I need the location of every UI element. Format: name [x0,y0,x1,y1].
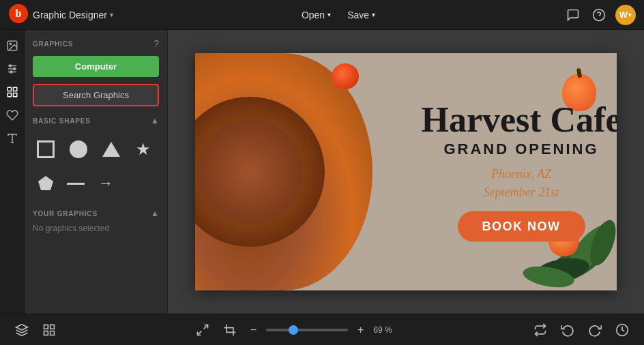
icon-sidebar [0,30,25,314]
your-graphics-header[interactable]: YOUR GRAPHICS ▲ [33,209,159,218]
shape-circle[interactable] [65,136,91,162]
circle-icon [70,140,87,158]
svg-text:b: b [16,7,22,19]
canvas-frame[interactable]: Harvest Cafe GRAND OPENING Phoenix, AZSe… [195,53,617,290]
open-chevron-icon: ▾ [327,11,331,18]
shape-triangle[interactable] [98,136,124,162]
main-content: GRAPHICS ? Computer Search Graphics BASI… [0,30,644,314]
collapse-icon: ▲ [151,116,159,125]
comment-icon-button[interactable] [564,5,583,25]
bottom-bar: − + 69 % [0,314,644,345]
bottom-bar-right [529,320,633,340]
your-graphics-section: YOUR GRAPHICS ▲ No graphics selected [33,206,159,233]
zoom-out-button[interactable]: − [246,322,261,338]
undo-button[interactable] [557,320,579,340]
bottom-bar-center: − + 69 % [65,320,524,340]
svg-rect-15 [13,93,16,97]
shape-star[interactable]: ★ [130,136,156,162]
basic-shapes-header[interactable]: BASIC SHAPES ▲ [33,116,159,125]
image-tool-button[interactable] [2,35,23,56]
no-graphics-text: No graphics selected [33,224,159,233]
your-graphics-title: YOUR GRAPHICS [33,210,98,217]
svg-rect-30 [226,327,233,332]
square-icon [37,140,55,158]
graphics-section-title: GRAPHICS [33,40,73,48]
svg-point-9 [9,65,11,67]
shape-line[interactable] [63,170,89,196]
zoom-slider[interactable] [266,329,348,331]
text-tool-button[interactable] [2,128,23,149]
shape-square[interactable] [33,136,59,162]
svg-line-29 [197,331,201,335]
swap-button[interactable] [529,320,551,340]
user-chevron-icon: ▾ [628,12,632,18]
arrow-icon: → [98,175,113,192]
shapes-grid: ★ [33,136,159,162]
user-avatar[interactable]: W ▾ [615,5,636,25]
adjust-tool-button[interactable] [2,59,23,79]
svg-rect-25 [50,325,55,329]
design-text-content: Harvest Cafe GRAND OPENING Phoenix, AZSe… [412,102,617,242]
zoom-controls: − + 69 % [246,322,398,338]
app-title[interactable]: Graphic Designer ▾ [33,10,113,20]
your-graphics-collapse-icon: ▲ [151,209,159,218]
save-chevron-icon: ▾ [372,11,375,18]
svg-rect-14 [8,93,11,97]
grid-tool-button[interactable] [2,82,23,102]
star-icon: ★ [136,140,151,159]
layers-button[interactable] [11,320,33,340]
grid-button[interactable] [38,320,60,340]
line-icon [67,183,85,185]
pie-crust [195,97,325,247]
shape-pentagon[interactable] [33,170,59,196]
design-background: Harvest Cafe GRAND OPENING Phoenix, AZSe… [195,53,617,290]
heart-tool-button[interactable] [2,105,23,125]
svg-point-5 [10,43,11,44]
app-logo[interactable]: b [8,3,29,27]
crop-button[interactable] [219,320,241,340]
top-bar-center: Open ▾ Save ▾ [113,7,564,23]
redo-button[interactable] [584,320,606,340]
svg-rect-27 [50,331,55,335]
computer-button[interactable]: Computer [33,56,159,77]
history-button[interactable] [611,320,633,340]
svg-rect-12 [8,87,11,91]
design-title: Harvest Cafe [412,102,617,138]
save-menu-button[interactable]: Save ▾ [340,7,382,23]
svg-line-28 [203,325,207,329]
resize-button[interactable] [192,320,214,340]
svg-rect-24 [44,325,48,329]
shape-arrow[interactable]: → [93,170,119,196]
graphics-panel: GRAPHICS ? Computer Search Graphics BASI… [25,30,168,314]
design-cta-button: BOOK NOW [458,211,585,242]
svg-rect-26 [44,331,48,335]
svg-point-11 [10,71,12,73]
tomato-graphic [332,63,359,89]
triangle-icon [102,142,120,157]
graphics-section-header: GRAPHICS ? [33,38,159,49]
pentagon-icon [38,176,53,190]
svg-rect-13 [13,87,16,91]
bottom-bar-left [11,320,60,340]
shapes-row2: → [33,170,159,196]
top-bar: b Graphic Designer ▾ Open ▾ Save ▾ [0,0,644,30]
svg-point-10 [13,68,15,70]
top-bar-right: W ▾ [564,5,636,25]
open-menu-button[interactable]: Open ▾ [295,7,338,23]
design-location: Phoenix, AZSeptember 21st [412,165,617,202]
basic-shapes-title: BASIC SHAPES [33,117,91,125]
design-subtitle: GRAND OPENING [412,140,617,158]
canvas-area[interactable]: Harvest Cafe GRAND OPENING Phoenix, AZSe… [168,30,644,314]
zoom-in-button[interactable]: + [353,322,368,338]
help-icon[interactable]: ? [153,38,159,49]
zoom-label: 69 % [373,325,398,335]
help-icon-button[interactable] [589,5,609,25]
svg-marker-23 [16,324,28,329]
search-graphics-button[interactable]: Search Graphics [33,84,159,106]
